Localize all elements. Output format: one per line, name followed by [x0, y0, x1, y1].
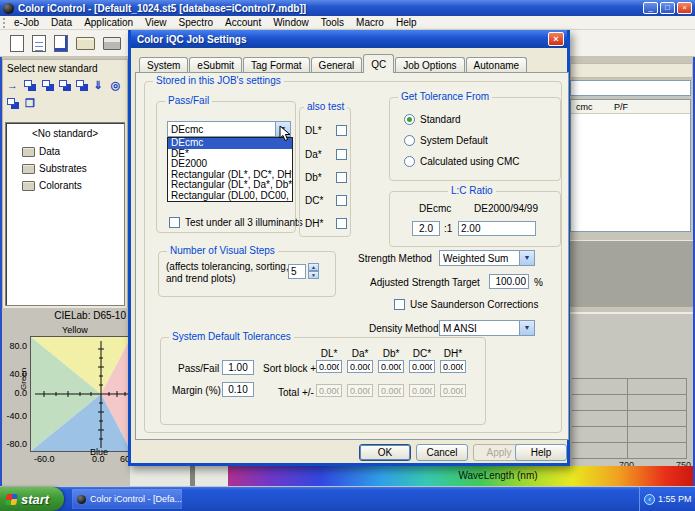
also-test-da-checkbox[interactable]: [336, 149, 347, 160]
menu-window[interactable]: Window: [273, 17, 309, 28]
menu-tools[interactable]: Tools: [321, 17, 344, 28]
de2000-ratio-input[interactable]: [458, 221, 536, 236]
decmc-label: DEcmc: [419, 203, 451, 214]
sort-block-da-input[interactable]: [347, 360, 373, 373]
taskbar-clock: 1:55 PM: [658, 494, 692, 504]
col-da: Da*: [347, 348, 373, 359]
open-document-icon[interactable]: [32, 35, 46, 52]
cielab-plot-svg: [31, 337, 131, 451]
sort-block-dl-input[interactable]: [316, 360, 342, 373]
dialog-titlebar[interactable]: Color iQC Job Settings ×: [131, 30, 567, 48]
lc-ratio-group-label: L:C Ratio: [448, 185, 496, 196]
spin-up-icon[interactable]: ▲: [308, 263, 319, 271]
maximize-button[interactable]: □: [660, 2, 675, 14]
density-method-combobox[interactable]: M ANSI ▼: [439, 320, 535, 336]
folder-icon[interactable]: [76, 37, 95, 50]
menu-data[interactable]: Data: [51, 17, 72, 28]
visual-steps-input[interactable]: [288, 264, 306, 279]
standard-tool-icon-4[interactable]: [75, 79, 89, 93]
adjusted-strength-input[interactable]: [489, 274, 529, 289]
tab-qc[interactable]: QC: [363, 54, 394, 73]
tab-job-options[interactable]: Job Options: [395, 57, 464, 73]
calculated-cmc-radio[interactable]: [404, 156, 415, 167]
visual-steps-spinner[interactable]: ▲▼: [308, 263, 319, 279]
paste-page-icon[interactable]: ❐: [24, 97, 39, 111]
menu-spectro[interactable]: Spectro: [179, 17, 213, 28]
standard-name-field[interactable]: [570, 80, 691, 96]
pane-splitter[interactable]: [190, 466, 195, 486]
tab-system[interactable]: System: [139, 57, 188, 73]
passfail-dropdown-list: DEcmc DE* DE2000 Rectangular (DL*, DC*, …: [167, 137, 293, 202]
app-titlebar[interactable]: Color iControl - [Default_1024.st5 [data…: [0, 0, 695, 16]
also-test-db-checkbox[interactable]: [336, 172, 347, 183]
spin-down-icon[interactable]: ▼: [308, 271, 319, 279]
tol-margin-input[interactable]: [222, 382, 254, 397]
menu-application[interactable]: Application: [84, 17, 133, 28]
also-test-dc-checkbox[interactable]: [336, 195, 347, 206]
search-standard-icon[interactable]: ◎: [110, 79, 124, 93]
strength-method-combobox[interactable]: Weighted Sum ▼: [439, 250, 535, 266]
dropdown-option-rect-lab[interactable]: Rectangular (DL*, Da*, Db*): [168, 180, 292, 191]
tree-root-no-standard[interactable]: <No standard>: [6, 128, 124, 139]
wavelength-scale-left: [130, 466, 228, 486]
search-glyph: ◎: [111, 79, 121, 92]
menu-help[interactable]: Help: [396, 17, 417, 28]
dialog-close-button[interactable]: ×: [548, 32, 564, 46]
standard-tool-icon-3[interactable]: [58, 79, 72, 93]
taskbar-item-color-icontrol[interactable]: Color iControl - [Defa...: [72, 489, 182, 509]
tab-esubmit[interactable]: eSubmit: [189, 57, 242, 73]
print-icon[interactable]: [103, 37, 121, 50]
tab-general[interactable]: General: [311, 57, 363, 73]
cancel-button[interactable]: Cancel: [416, 444, 468, 461]
illuminants-checkbox[interactable]: [169, 217, 180, 228]
menu-account[interactable]: Account: [225, 17, 261, 28]
tol-passfail-input[interactable]: [222, 360, 254, 375]
sort-block-dc-input[interactable]: [409, 360, 435, 373]
column-pf[interactable]: P/F: [609, 100, 628, 113]
copy-pages-icon[interactable]: [6, 97, 21, 111]
tree-item-substrates[interactable]: Substrates: [6, 160, 124, 177]
menu-macro[interactable]: Macro: [356, 17, 384, 28]
help-button[interactable]: Help: [515, 444, 567, 461]
sort-block-dh-input[interactable]: [440, 360, 466, 373]
system-tolerances-group-label: System Default Tolerances: [169, 331, 294, 342]
standard-radio[interactable]: [404, 114, 415, 125]
dropdown-option-de2000[interactable]: DE2000: [168, 159, 292, 170]
saunderson-checkbox[interactable]: [394, 299, 405, 310]
passfail-method-combobox[interactable]: DEcmc ▼: [167, 121, 291, 137]
system-default-radio[interactable]: [404, 135, 415, 146]
standard-tool-icon-1[interactable]: [23, 79, 37, 93]
dropdown-option-decmc[interactable]: DEcmc: [168, 138, 292, 149]
sort-block-db-input[interactable]: [378, 360, 404, 373]
tree-item-colorants[interactable]: Colorants: [6, 177, 124, 194]
new-document-icon[interactable]: [10, 35, 24, 52]
close-button[interactable]: ×: [677, 2, 692, 14]
tolerance-from-group-label: Get Tolerance From: [398, 91, 492, 102]
dropdown-option-rect-lch[interactable]: Rectangular (DL*, DC*, DH*): [168, 170, 292, 181]
also-test-label: Db*: [305, 172, 322, 183]
decmc-ratio-input[interactable]: [412, 221, 440, 236]
assign-arrow-icon[interactable]: →: [6, 79, 20, 93]
save-icon[interactable]: [54, 35, 68, 52]
dropdown-option-de[interactable]: DE*: [168, 149, 292, 160]
column-cmc[interactable]: cmc: [571, 100, 609, 113]
clipboard-down-icon[interactable]: ⇓: [92, 79, 106, 93]
menu-view[interactable]: View: [145, 17, 167, 28]
also-test-dl-checkbox[interactable]: [336, 125, 347, 136]
gridline-700: [627, 378, 628, 459]
taskbar: start Color iControl - [Defa... ‹ 1:55 P…: [0, 487, 695, 511]
menu-e-job[interactable]: e-Job: [14, 17, 39, 28]
also-test-dh-checkbox[interactable]: [336, 218, 347, 229]
chevron-down-icon[interactable]: ▼: [519, 251, 534, 265]
minimize-button[interactable]: _: [643, 2, 658, 14]
start-button[interactable]: start: [0, 487, 64, 511]
tab-tag-format[interactable]: Tag Format: [243, 57, 310, 73]
hide-icons-icon[interactable]: ‹: [644, 494, 655, 505]
ok-button[interactable]: OK: [359, 444, 411, 461]
dropdown-option-rect-00[interactable]: Rectangular (DL00, DC00, DH00): [168, 191, 292, 202]
standard-tool-icon-2[interactable]: [41, 79, 55, 93]
tree-item-data[interactable]: Data: [6, 143, 124, 160]
tab-autoname[interactable]: Autoname: [466, 57, 528, 73]
tol-passfail-label: Pass/Fail: [178, 363, 219, 374]
chevron-down-icon[interactable]: ▼: [519, 321, 534, 335]
